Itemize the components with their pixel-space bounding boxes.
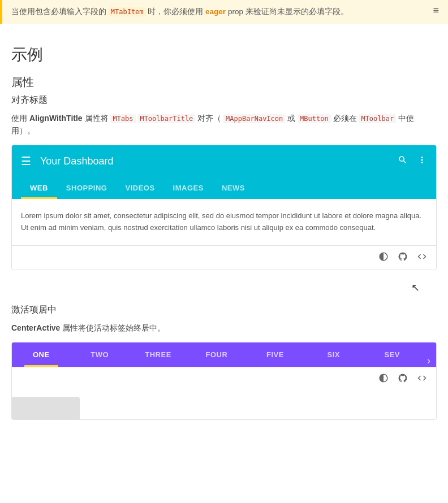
tab-shopping[interactable]: SHOPPING (57, 177, 117, 199)
github-icon-2[interactable] (398, 373, 408, 385)
desc-mono-1: MTabs (110, 114, 135, 123)
contrast-icon[interactable] (378, 251, 389, 264)
desc-text-1: 使用 (11, 114, 27, 123)
bottom-indicator-bar (12, 397, 80, 419)
tab-five[interactable]: FIVE (246, 342, 304, 367)
page-wrapper: 当使用包含必填输入字段的 MTabItem 时，你必须使用 eager prop… (0, 0, 448, 420)
tab-news[interactable]: NEWS (213, 177, 254, 199)
warning-banner: 当使用包含必填输入字段的 MTabItem 时，你必须使用 eager prop… (0, 0, 448, 24)
code-icon[interactable] (417, 251, 427, 264)
tab-six[interactable]: SIX (304, 342, 363, 367)
github-icon[interactable] (398, 251, 408, 264)
top-right-menu-icon[interactable]: ≡ (433, 5, 439, 16)
toolbar-menu-icon[interactable]: ☰ (21, 154, 31, 168)
center-active-desc: 属性将使活动标签始终居中。 (62, 323, 165, 332)
center-active-bold: CenterActive (11, 323, 60, 332)
warning-mono-1: MTabItem (109, 7, 146, 16)
demo-lorem-text: Lorem ipsum dolor sit amet, consectetur … (21, 211, 421, 232)
more-icon[interactable] (417, 155, 427, 168)
search-icon[interactable] (398, 155, 408, 168)
demo-content-1: Lorem ipsum dolor sit amet, consectetur … (12, 199, 436, 245)
tab-four[interactable]: FOUR (187, 342, 245, 367)
tab-one[interactable]: ONE (12, 342, 70, 367)
desc-mono-2: MToolbarTitle (137, 114, 195, 123)
cursor-indicator: ↖ (411, 281, 420, 294)
toolbar-icons (398, 155, 427, 168)
demo-card-1: ☰ Your Dashboard WEB SHOPPING VIDEOS IMA… (11, 145, 437, 270)
demo-card-2: ONE TWO THREE FOUR FIVE SIX SEV › (11, 342, 437, 420)
desc-text-3: 对齐（ (197, 114, 221, 123)
desc-mono-2-wrap: MToolbarTitle (137, 114, 195, 123)
description-2: CenterActive 属性将使活动标签始终居中。 (11, 322, 437, 334)
tab-sev[interactable]: SEV (363, 342, 421, 367)
description-1: 使用 AlignWithTitle 属性将 MTabs MToolbarTitl… (11, 112, 437, 137)
warning-bold-1: eager (205, 7, 226, 16)
warning-text-3: prop 来验证尚未显示的必填字段。 (228, 7, 348, 16)
subsection-heading-1: 属性 (11, 75, 437, 90)
warning-text-1: 当使用包含必填输入字段的 (11, 7, 106, 16)
tab-three[interactable]: THREE (129, 342, 187, 367)
bottom-bar-area (12, 391, 436, 419)
purple-tabs-bar: ONE TWO THREE FOUR FIVE SIX SEV › (12, 342, 436, 367)
section-title: 示例 (11, 44, 437, 66)
desc-mono-3: MAppBarNavIcon (223, 114, 285, 123)
toolbar-1: ☰ Your Dashboard (12, 145, 436, 177)
desc-mono-4: MButton (298, 114, 331, 123)
desc-bold-1: AlignWithTitle (29, 114, 83, 123)
sub-subsection-heading-1: 对齐标题 (11, 94, 437, 106)
desc-text-4: 或 (287, 114, 295, 123)
tab-two[interactable]: TWO (70, 342, 128, 367)
cursor-area: ↖ (11, 281, 437, 298)
demo-footer-1 (12, 245, 436, 270)
demo-footer-2 (12, 367, 436, 391)
desc-mono-5: MToolbar (359, 114, 396, 123)
tab-images[interactable]: IMAGES (164, 177, 213, 199)
tabs-bar-1: WEB SHOPPING VIDEOS IMAGES NEWS (12, 177, 436, 199)
warning-text-2: 时，你必须使用 (148, 7, 203, 16)
tab-videos[interactable]: VIDEOS (116, 177, 163, 199)
code-icon-2[interactable] (417, 373, 427, 385)
desc-text-5: 必须在 (333, 114, 357, 123)
desc-text-2: 属性将 (85, 114, 109, 123)
subsection-heading-2: 激活项居中 (11, 304, 437, 316)
toolbar-title: Your Dashboard (40, 155, 398, 167)
contrast-icon-2[interactable] (378, 373, 389, 385)
tab-web[interactable]: WEB (21, 177, 57, 199)
tabs-right-arrow[interactable]: › (421, 355, 436, 367)
main-content: 示例 属性 对齐标题 使用 AlignWithTitle 属性将 MTabs M… (0, 24, 448, 420)
section-2: 激活项居中 CenterActive 属性将使活动标签始终居中。 (11, 304, 437, 334)
